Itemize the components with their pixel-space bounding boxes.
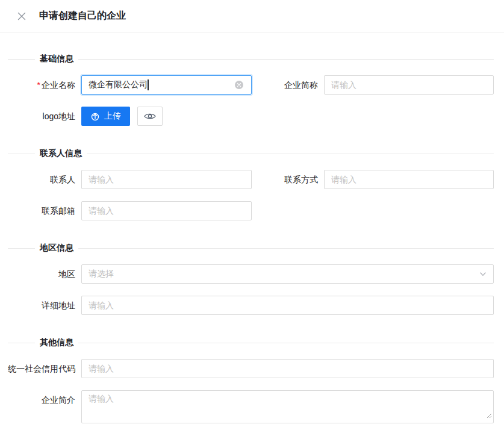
row-address: 详细地址 [8,296,494,315]
logo-label: logo地址 [8,107,75,126]
address-label: 详细地址 [8,296,75,315]
section-region-title: 地区信息 [40,243,73,254]
upload-button[interactable]: 上传 [81,107,130,126]
chevron-down-icon [479,270,487,278]
company-short-name-label: 企业简称 [264,75,318,95]
credit-code-label: 统一社会信用代码 [8,359,75,378]
section-other-title: 其他信息 [40,337,73,348]
contact-email-label: 联系邮箱 [8,201,75,220]
divider-line [8,59,35,60]
row-company-name: *企业名称 企业简称 [8,75,494,95]
row-credit-code: 统一社会信用代码 [8,359,494,378]
divider-line [78,343,494,343]
divider-line [8,248,35,249]
region-select-placeholder: 请选择 [89,269,479,279]
close-icon[interactable] [17,11,26,21]
contact-method-input[interactable] [324,170,494,189]
divider-line [8,343,35,343]
contact-person-input[interactable] [81,170,252,189]
row-region: 地区 请选择 [8,264,494,284]
preview-button[interactable] [137,107,163,126]
divider-line [8,154,35,154]
divider-line [78,59,494,60]
region-select[interactable]: 请选择 [81,264,494,284]
form-body: 基础信息 *企业名称 企业简称 logo地址 [0,54,504,423]
company-intro-textarea[interactable] [81,390,494,423]
address-input[interactable] [81,296,494,315]
section-basic-title: 基础信息 [40,54,73,64]
contact-method-label: 联系方式 [264,170,318,189]
divider-line [87,154,494,154]
divider-line [78,248,494,249]
upload-icon [90,111,100,121]
contact-email-input[interactable] [81,201,252,220]
section-contact-title: 联系人信息 [40,148,82,159]
row-contact-email: 联系邮箱 [8,201,494,220]
company-short-name-input[interactable] [324,75,494,95]
region-label: 地区 [8,264,75,284]
credit-code-input[interactable] [81,359,494,378]
company-name-input[interactable] [81,75,252,95]
dialog-header: 申请创建自己的企业 [0,0,504,33]
required-mark: * [37,80,40,90]
clear-icon[interactable] [235,81,243,89]
row-logo: logo地址 上传 [8,107,494,126]
row-company-intro: 企业简介 [8,390,494,423]
company-name-label: *企业名称 [8,75,75,95]
company-intro-label: 企业简介 [8,390,75,410]
contact-person-label: 联系人 [8,170,75,189]
text-cursor [148,79,149,90]
eye-icon [144,112,156,120]
section-region-divider: 地区信息 [8,243,494,253]
dialog-title: 申请创建自己的企业 [39,10,126,22]
section-basic-divider: 基础信息 [8,54,494,64]
company-name-input-wrap [81,75,252,95]
upload-button-label: 上传 [104,111,121,122]
row-contact-person: 联系人 联系方式 [8,170,494,189]
section-contact-divider: 联系人信息 [8,149,494,158]
section-other-divider: 其他信息 [8,338,494,347]
